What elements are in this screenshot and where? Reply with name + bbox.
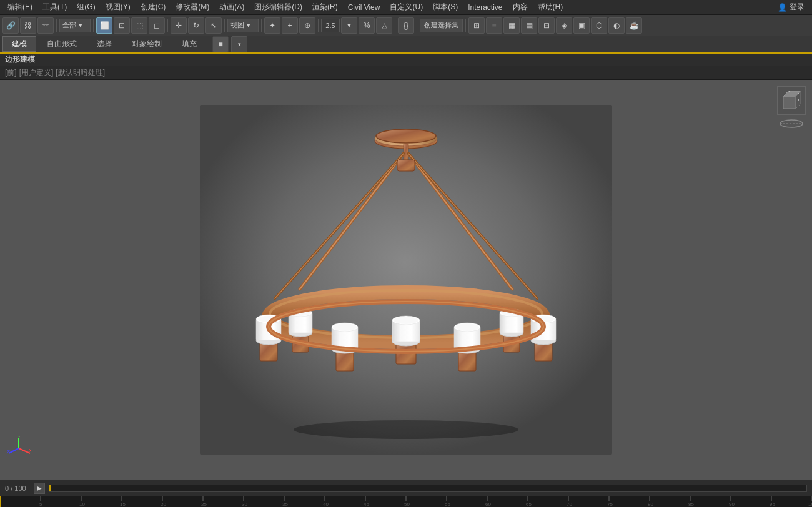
play-button[interactable]: ▶ — [34, 483, 45, 494]
angle-button[interactable]: △ — [376, 17, 392, 34]
pivot-button[interactable]: {} — [398, 17, 414, 34]
menu-group[interactable]: 组(G) — [72, 1, 100, 14]
svg-text:100: 100 — [808, 501, 812, 507]
panel-title: 边形建模 — [5, 54, 35, 65]
timeline-position-marker — [49, 485, 51, 491]
svg-text:10: 10 — [79, 501, 85, 507]
svg-point-63 — [789, 91, 790, 92]
menu-create[interactable]: 创建(C) — [136, 1, 171, 14]
bind-button[interactable]: 〰 — [37, 17, 54, 34]
svg-point-3 — [376, 129, 436, 143]
menu-modifier[interactable]: 修改器(M) — [171, 1, 214, 14]
graph-editor-btn[interactable]: ▤ — [521, 17, 537, 34]
menu-content[interactable]: 内容 — [508, 1, 533, 14]
align-button[interactable]: ≡ — [486, 17, 502, 34]
svg-point-45 — [333, 323, 357, 331]
menu-civil-view[interactable]: Civil View — [343, 2, 385, 13]
separator-9 — [465, 19, 466, 32]
separator-8 — [417, 19, 417, 32]
mirror-button[interactable]: ⊞ — [468, 17, 485, 34]
svg-text:65: 65 — [526, 501, 532, 507]
svg-text:60: 60 — [485, 501, 491, 507]
viewport-area[interactable]: X Y Z — [0, 80, 812, 480]
main-toolbar: 🔗 ⛓ 〰 全部 ▾ ⬜ ⊡ ⬚ ◻ ✛ ↻ ⤡ 视图 ▾ ✦ + ⊕ 2.5 — [0, 15, 812, 36]
user-icon: 👤 — [778, 3, 787, 12]
fill-area: ■ ▾ — [212, 36, 247, 52]
fill-dropdown[interactable]: ▾ — [231, 36, 247, 52]
svg-text:5: 5 — [39, 501, 42, 507]
current-frame-label: 0 / 100 — [5, 485, 30, 492]
rotate-button[interactable]: ↻ — [188, 17, 204, 34]
schematic-btn[interactable]: ⊟ — [538, 17, 555, 34]
menu-render[interactable]: 渲染(R) — [307, 1, 343, 14]
menu-graph-editor[interactable]: 图形编辑器(D) — [249, 1, 307, 14]
render-btn[interactable]: ☕ — [626, 17, 642, 34]
nav-cube[interactable] — [777, 86, 806, 115]
viewport-label-user: [用户定义] — [19, 67, 54, 78]
menu-tools[interactable]: 工具(T) — [37, 1, 72, 14]
render-frame-btn[interactable]: ⬡ — [591, 17, 607, 34]
menu-animation[interactable]: 动画(A) — [214, 1, 249, 14]
selection-filter-dropdown[interactable]: 全部 ▾ — [59, 19, 91, 32]
select-lasso-button[interactable]: ⬚ — [131, 17, 147, 34]
svg-text:35: 35 — [282, 501, 288, 507]
tab-object-paint[interactable]: 对象绘制 — [122, 36, 171, 52]
main-viewport[interactable]: X Y Z — [0, 80, 812, 480]
app-container: 编辑(E) 工具(T) 组(G) 视图(Y) 创建(C) 修改器(M) 动画(A… — [0, 0, 812, 507]
chevron-down-icon: ▾ — [79, 21, 82, 29]
unlink-button[interactable]: ⛓ — [20, 17, 36, 34]
tab-selection[interactable]: 选择 — [87, 36, 121, 52]
create-sel-set-button[interactable]: 创建选择集 — [420, 19, 463, 32]
menu-edit[interactable]: 编辑(E) — [2, 1, 37, 14]
snaps-toggle[interactable]: ✦ — [264, 17, 280, 34]
separator-6 — [318, 19, 319, 32]
axis-indicator: X Y Z — [6, 436, 31, 461]
percent-snap[interactable]: ⊕ — [299, 17, 315, 34]
material-btn[interactable]: ◈ — [556, 17, 572, 34]
svg-point-50 — [455, 323, 479, 331]
num-down[interactable]: ▼ — [341, 17, 357, 34]
fill-icon[interactable]: ■ — [212, 36, 229, 52]
login-button[interactable]: 👤 登录 — [773, 1, 810, 14]
layer-button[interactable]: ▦ — [503, 17, 520, 34]
chandelier-3d-object — [200, 105, 612, 455]
menu-interactive[interactable]: Interactive — [463, 2, 507, 13]
menu-help[interactable]: 帮助(H) — [533, 1, 568, 14]
viewport-label-shading: [默认明暗处理] — [56, 67, 105, 78]
menu-script[interactable]: 脚本(S) — [428, 1, 463, 14]
move-button[interactable]: ✛ — [171, 17, 187, 34]
svg-text:Y: Y — [17, 436, 21, 440]
viewport-nav-controls[interactable] — [777, 86, 806, 130]
tab-modeling[interactable]: 建模 — [2, 36, 36, 52]
tab-populate[interactable]: 填充 — [172, 36, 206, 52]
view-dropdown[interactable]: 视图 ▾ — [227, 19, 259, 32]
svg-text:55: 55 — [445, 501, 450, 507]
menu-customize[interactable]: 自定义(U) — [385, 1, 428, 14]
select-object-button[interactable]: ⬜ — [96, 17, 112, 34]
sub-toolbar: 建模 自由形式 选择 对象绘制 填充 ■ ▾ — [0, 36, 812, 52]
link-button[interactable]: 🔗 — [2, 17, 19, 34]
percent-button[interactable]: % — [359, 17, 375, 34]
separator-7 — [395, 19, 395, 32]
chevron-down-icon-2: ▾ — [247, 21, 250, 29]
separator-5 — [261, 19, 262, 32]
active-shade-btn[interactable]: ◐ — [608, 17, 625, 34]
tab-freeform[interactable]: 自由形式 — [37, 36, 86, 52]
svg-text:X: X — [29, 448, 31, 453]
angle-snap[interactable]: + — [282, 17, 298, 34]
select-region-button[interactable]: ⊡ — [114, 17, 130, 34]
num-input[interactable]: 2.5 — [321, 19, 340, 32]
timeline-scrubber[interactable] — [49, 485, 807, 492]
svg-text:25: 25 — [201, 501, 207, 507]
svg-rect-60 — [783, 96, 796, 109]
svg-text:15: 15 — [120, 501, 126, 507]
svg-point-64 — [798, 93, 799, 94]
render-setup-btn[interactable]: ▣ — [573, 17, 590, 34]
separator-1 — [56, 19, 57, 32]
svg-text:95: 95 — [770, 501, 775, 507]
frame-ruler[interactable]: 5 10 15 20 25 30 35 40 45 50 55 60 65 — [0, 496, 812, 507]
menu-view[interactable]: 视图(Y) — [101, 1, 136, 14]
select-paint-button[interactable]: ◻ — [149, 17, 165, 34]
timeline-bar: 0 / 100 ▶ — [0, 480, 812, 496]
scale-button[interactable]: ⤡ — [205, 17, 222, 34]
